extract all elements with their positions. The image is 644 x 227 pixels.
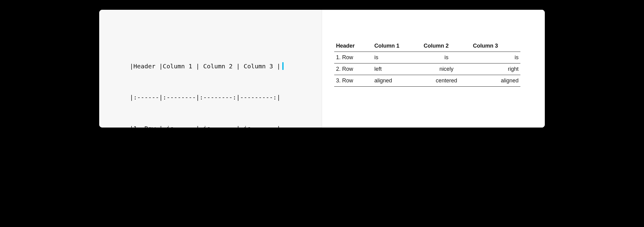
rendered-table: Header Column 1 Column 2 Column 3 1. Row…	[334, 40, 520, 87]
table-header-cell: Column 1	[372, 40, 422, 52]
table-row: 2. Row left nicely right	[334, 63, 520, 75]
table-cell: 1. Row	[334, 52, 372, 63]
table-cell: 2. Row	[334, 63, 372, 75]
table-cell: is	[422, 52, 471, 63]
table-cell: aligned	[372, 75, 422, 87]
editor-line-text[interactable]: |:------|:--------|:--------:|---------:…	[130, 94, 280, 101]
table-cell: left	[372, 63, 422, 75]
table-cell: centered	[422, 75, 471, 87]
table-header-row: Header Column 1 Column 2 Column 3	[334, 40, 520, 52]
table-cell: is	[471, 52, 520, 63]
table-row: 1. Row is is is	[334, 52, 520, 63]
editor-line-text[interactable]: |Header |Column 1 | Column 2 | Column 3 …	[130, 63, 280, 70]
table-cell: 3. Row	[334, 75, 372, 87]
app-window: |Header |Column 1 | Column 2 | Column 3 …	[99, 10, 545, 128]
editor-line[interactable]: |1. Row | is | is | is |	[130, 123, 303, 128]
editor-pane[interactable]: |Header |Column 1 | Column 2 | Column 3 …	[99, 10, 322, 128]
table-header-cell: Column 2	[422, 40, 471, 52]
table-cell: nicely	[422, 63, 471, 75]
editor-line-text[interactable]: |1. Row | is | is | is |	[130, 125, 280, 128]
preview-pane: Header Column 1 Column 2 Column 3 1. Row…	[322, 10, 545, 128]
table-cell: is	[372, 52, 422, 63]
table-header-cell: Header	[334, 40, 372, 52]
table-row: 3. Row aligned centered aligned	[334, 75, 520, 87]
text-cursor	[282, 62, 284, 70]
table-cell: aligned	[471, 75, 520, 87]
editor-line[interactable]: |:------|:--------|:--------:|---------:…	[130, 92, 303, 103]
table-cell: right	[471, 63, 520, 75]
editor-line[interactable]: |Header |Column 1 | Column 2 | Column 3 …	[130, 61, 303, 71]
markdown-editor[interactable]: |Header |Column 1 | Column 2 | Column 3 …	[130, 40, 303, 128]
table-header-cell: Column 3	[471, 40, 520, 52]
